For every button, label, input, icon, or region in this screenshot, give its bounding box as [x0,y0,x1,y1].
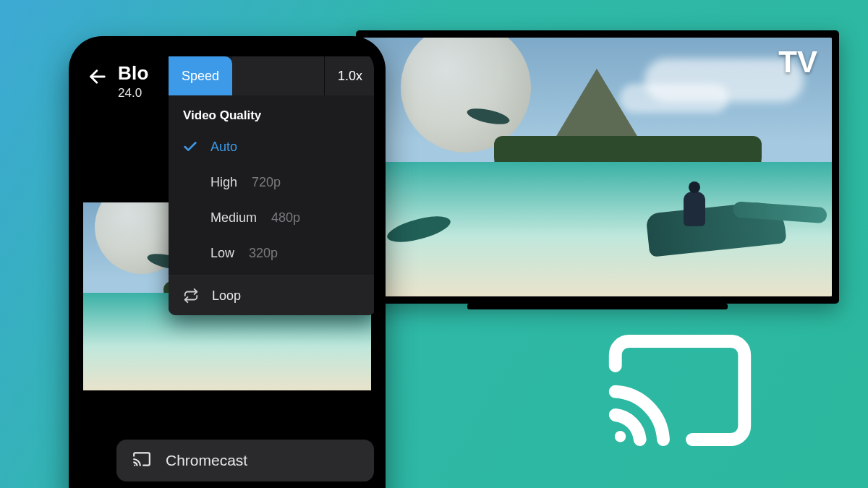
tv-badge: TV [778,45,817,80]
speed-value: 1.0x [338,69,362,84]
video-subtitle: 24.0 [118,86,148,100]
quality-label: Medium [210,210,257,226]
loop-label: Loop [212,288,241,304]
speed-button[interactable]: Speed [169,56,232,95]
quality-option-low[interactable]: Low 320p [169,236,374,271]
quality-resolution: 480p [271,210,300,226]
svg-point-2 [615,431,626,442]
quality-resolution: 720p [252,175,281,190]
check-icon [182,139,199,155]
speed-label: Speed [182,69,219,84]
quality-label: Low [210,246,234,261]
video-title: Blo [118,62,148,85]
quality-option-medium[interactable]: Medium 480p [169,200,374,236]
svg-point-1 [134,465,135,466]
chromecast-button[interactable]: Chromecast [116,440,374,481]
quality-option-auto[interactable]: Auto [169,129,374,165]
quality-label: Auto [210,140,237,155]
tv-stand [467,304,728,309]
tv-screen: TV [363,38,832,296]
loop-icon [183,288,199,304]
video-quality-header: Video Quality [169,95,374,129]
quality-option-high[interactable]: High 720p [169,165,374,200]
tv-frame: TV [356,30,839,304]
cast-icon [132,450,151,471]
cast-hero-icon [600,329,760,452]
speed-value-button[interactable]: 1.0x [324,56,374,95]
quality-label: High [210,175,237,190]
quality-resolution: 320p [249,246,278,261]
chromecast-label: Chromecast [166,452,247,469]
back-arrow-icon[interactable] [88,67,108,87]
playback-settings-panel: Speed 1.0x Video Quality Auto High 720p [169,56,374,315]
phone-frame: Blo 24.0 Speed 1.0x [69,36,386,488]
speed-row: Speed 1.0x [169,56,374,95]
phone-screen: Blo 24.0 Speed 1.0x [80,48,374,487]
loop-toggle[interactable]: Loop [169,276,374,315]
